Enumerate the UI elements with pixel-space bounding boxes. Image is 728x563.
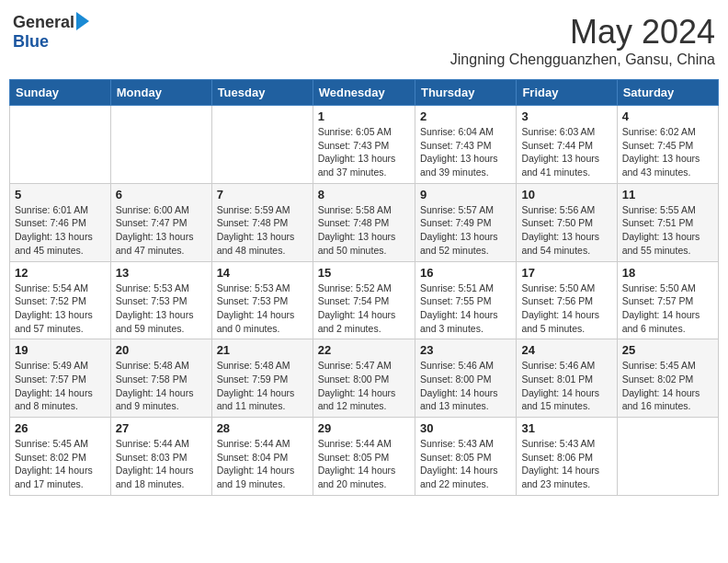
day-info: Sunrise: 5:59 AMSunset: 7:48 PMDaylight:… [217, 203, 308, 258]
day-info: Sunrise: 6:00 AMSunset: 7:47 PMDaylight:… [116, 203, 207, 258]
calendar-cell: 21Sunrise: 5:48 AMSunset: 7:59 PMDayligh… [211, 339, 313, 418]
day-number: 26 [15, 421, 106, 435]
day-number: 20 [116, 343, 207, 357]
calendar-week-row: 26Sunrise: 5:45 AMSunset: 8:02 PMDayligh… [10, 418, 719, 496]
weekday-header: Wednesday [313, 80, 415, 106]
day-info: Sunrise: 5:51 AMSunset: 7:55 PMDaylight:… [420, 282, 511, 336]
weekday-header: Sunday [10, 80, 111, 106]
calendar-cell: 5Sunrise: 6:01 AMSunset: 7:46 PMDaylight… [10, 183, 111, 261]
calendar-cell [10, 106, 111, 184]
day-info: Sunrise: 5:44 AMSunset: 8:05 PMDaylight:… [318, 437, 410, 491]
day-number: 30 [420, 421, 511, 435]
calendar-cell: 26Sunrise: 5:45 AMSunset: 8:02 PMDayligh… [10, 418, 111, 496]
calendar-cell: 18Sunrise: 5:50 AMSunset: 7:57 PMDayligh… [617, 261, 718, 339]
day-number: 29 [318, 421, 410, 435]
calendar-cell: 31Sunrise: 5:43 AMSunset: 8:06 PMDayligh… [517, 418, 617, 496]
day-number: 11 [622, 188, 713, 201]
day-number: 15 [318, 266, 410, 280]
day-number: 8 [318, 188, 410, 201]
calendar-cell: 3Sunrise: 6:03 AMSunset: 7:44 PMDaylight… [517, 106, 617, 184]
day-number: 27 [116, 421, 207, 435]
day-number: 24 [521, 343, 611, 357]
day-info: Sunrise: 5:43 AMSunset: 8:06 PMDaylight:… [521, 437, 611, 491]
day-info: Sunrise: 5:50 AMSunset: 7:56 PMDaylight:… [521, 282, 611, 336]
calendar-week-row: 19Sunrise: 5:49 AMSunset: 7:57 PMDayligh… [10, 339, 719, 418]
day-number: 5 [15, 188, 106, 201]
calendar-cell: 16Sunrise: 5:51 AMSunset: 7:55 PMDayligh… [415, 261, 516, 339]
day-info: Sunrise: 5:56 AMSunset: 7:50 PMDaylight:… [521, 203, 611, 258]
day-number: 17 [521, 266, 611, 280]
calendar-cell: 30Sunrise: 5:43 AMSunset: 8:05 PMDayligh… [415, 418, 516, 496]
day-info: Sunrise: 6:03 AMSunset: 7:44 PMDaylight:… [521, 125, 611, 179]
day-info: Sunrise: 5:45 AMSunset: 8:02 PMDaylight:… [15, 437, 106, 491]
day-info: Sunrise: 5:46 AMSunset: 8:01 PMDaylight:… [521, 359, 611, 413]
day-info: Sunrise: 5:58 AMSunset: 7:48 PMDaylight:… [318, 203, 410, 258]
day-info: Sunrise: 6:02 AMSunset: 7:45 PMDaylight:… [622, 125, 713, 179]
day-number: 25 [622, 343, 713, 357]
day-info: Sunrise: 5:48 AMSunset: 7:58 PMDaylight:… [116, 359, 207, 413]
day-number: 10 [521, 188, 611, 201]
day-number: 14 [217, 266, 308, 280]
logo: General Blue [13, 13, 89, 52]
calendar-cell: 9Sunrise: 5:57 AMSunset: 7:49 PMDaylight… [415, 183, 516, 261]
calendar-cell: 23Sunrise: 5:46 AMSunset: 8:00 PMDayligh… [415, 339, 516, 418]
day-number: 7 [217, 188, 308, 201]
calendar-cell: 8Sunrise: 5:58 AMSunset: 7:48 PMDaylight… [313, 183, 415, 261]
weekday-header: Thursday [415, 80, 516, 106]
calendar-cell: 19Sunrise: 5:49 AMSunset: 7:57 PMDayligh… [10, 339, 111, 418]
day-info: Sunrise: 5:47 AMSunset: 8:00 PMDaylight:… [318, 359, 410, 413]
calendar-cell: 13Sunrise: 5:53 AMSunset: 7:53 PMDayligh… [110, 261, 211, 339]
calendar-cell: 2Sunrise: 6:04 AMSunset: 7:43 PMDaylight… [415, 106, 516, 184]
month-title: May 2024 [450, 13, 715, 52]
day-info: Sunrise: 6:05 AMSunset: 7:43 PMDaylight:… [318, 125, 410, 179]
page-header: General Blue May 2024 Jingning Chengguan… [9, 9, 719, 72]
day-number: 21 [217, 343, 308, 357]
day-number: 9 [420, 188, 511, 201]
weekday-header: Monday [110, 80, 211, 106]
calendar-cell: 25Sunrise: 5:45 AMSunset: 8:02 PMDayligh… [617, 339, 718, 418]
weekday-header: Tuesday [211, 80, 313, 106]
calendar-cell: 28Sunrise: 5:44 AMSunset: 8:04 PMDayligh… [211, 418, 313, 496]
day-info: Sunrise: 6:04 AMSunset: 7:43 PMDaylight:… [420, 125, 511, 179]
logo-blue-text: Blue [13, 32, 49, 52]
day-number: 31 [521, 421, 611, 435]
day-info: Sunrise: 6:01 AMSunset: 7:46 PMDaylight:… [15, 203, 106, 258]
calendar-cell: 17Sunrise: 5:50 AMSunset: 7:56 PMDayligh… [517, 261, 617, 339]
day-number: 3 [521, 109, 611, 123]
day-number: 18 [622, 266, 713, 280]
day-info: Sunrise: 5:49 AMSunset: 7:57 PMDaylight:… [15, 359, 106, 413]
calendar-week-row: 5Sunrise: 6:01 AMSunset: 7:46 PMDaylight… [10, 183, 719, 261]
day-info: Sunrise: 5:43 AMSunset: 8:05 PMDaylight:… [420, 437, 511, 491]
day-number: 2 [420, 109, 511, 123]
calendar-cell: 14Sunrise: 5:53 AMSunset: 7:53 PMDayligh… [211, 261, 313, 339]
day-number: 28 [217, 421, 308, 435]
weekday-header: Friday [517, 80, 617, 106]
day-info: Sunrise: 5:55 AMSunset: 7:51 PMDaylight:… [622, 203, 713, 258]
calendar-cell: 20Sunrise: 5:48 AMSunset: 7:58 PMDayligh… [110, 339, 211, 418]
location-subtitle: Jingning Chengguanzhen, Gansu, China [450, 52, 715, 68]
day-number: 16 [420, 266, 511, 280]
calendar-cell: 29Sunrise: 5:44 AMSunset: 8:05 PMDayligh… [313, 418, 415, 496]
calendar-week-row: 12Sunrise: 5:54 AMSunset: 7:52 PMDayligh… [10, 261, 719, 339]
day-info: Sunrise: 5:54 AMSunset: 7:52 PMDaylight:… [15, 282, 106, 336]
calendar-cell: 1Sunrise: 6:05 AMSunset: 7:43 PMDaylight… [313, 106, 415, 184]
calendar-week-row: 1Sunrise: 6:05 AMSunset: 7:43 PMDaylight… [10, 106, 719, 184]
calendar-cell: 4Sunrise: 6:02 AMSunset: 7:45 PMDaylight… [617, 106, 718, 184]
day-info: Sunrise: 5:44 AMSunset: 8:04 PMDaylight:… [217, 437, 308, 491]
calendar-cell: 10Sunrise: 5:56 AMSunset: 7:50 PMDayligh… [517, 183, 617, 261]
day-number: 4 [622, 109, 713, 123]
weekday-header-row: SundayMondayTuesdayWednesdayThursdayFrid… [10, 80, 719, 106]
day-info: Sunrise: 5:53 AMSunset: 7:53 PMDaylight:… [116, 282, 207, 336]
title-section: May 2024 Jingning Chengguanzhen, Gansu, … [450, 13, 715, 68]
calendar-cell: 15Sunrise: 5:52 AMSunset: 7:54 PMDayligh… [313, 261, 415, 339]
day-info: Sunrise: 5:48 AMSunset: 7:59 PMDaylight:… [217, 359, 308, 413]
day-number: 12 [15, 266, 106, 280]
calendar-cell: 24Sunrise: 5:46 AMSunset: 8:01 PMDayligh… [517, 339, 617, 418]
calendar-cell [110, 106, 211, 184]
day-number: 6 [116, 188, 207, 201]
day-number: 1 [318, 109, 410, 123]
calendar-cell: 12Sunrise: 5:54 AMSunset: 7:52 PMDayligh… [10, 261, 111, 339]
logo-general-text: General [13, 13, 74, 32]
day-number: 19 [15, 343, 106, 357]
day-info: Sunrise: 5:53 AMSunset: 7:53 PMDaylight:… [217, 282, 308, 336]
